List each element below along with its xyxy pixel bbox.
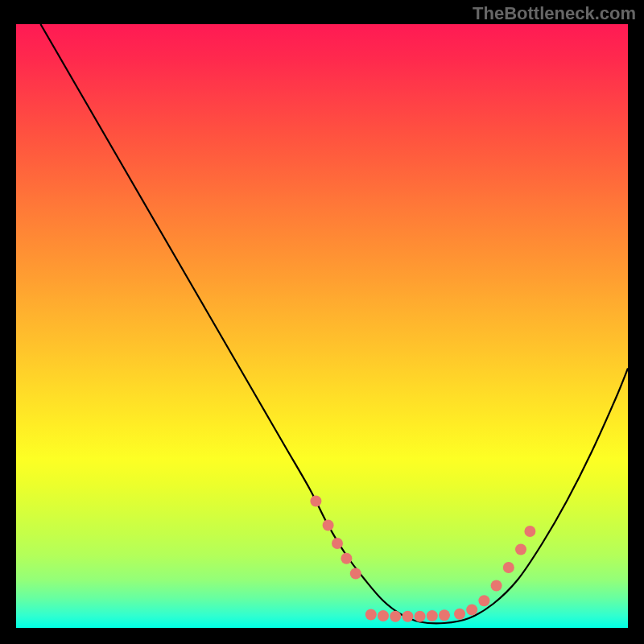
data-point	[323, 520, 334, 531]
watermark-text: TheBottleneck.com	[473, 3, 636, 24]
data-point	[341, 553, 352, 564]
data-point	[478, 595, 489, 606]
data-point	[503, 562, 514, 573]
bottleneck-curve	[40, 24, 628, 623]
data-point	[439, 609, 450, 621]
data-point	[332, 538, 343, 549]
data-point	[491, 580, 502, 592]
curve-points	[310, 496, 535, 622]
data-point	[310, 496, 321, 507]
data-point	[415, 611, 426, 622]
data-point	[350, 568, 361, 580]
data-point	[515, 544, 526, 555]
chart-svg	[16, 24, 628, 628]
data-point	[365, 609, 377, 621]
data-point	[390, 611, 401, 622]
data-point	[466, 605, 477, 616]
data-point	[524, 526, 535, 537]
data-point	[402, 611, 413, 622]
chart-plot-area	[16, 24, 628, 628]
data-point	[427, 610, 438, 621]
data-point	[454, 609, 465, 620]
data-point	[378, 610, 389, 621]
